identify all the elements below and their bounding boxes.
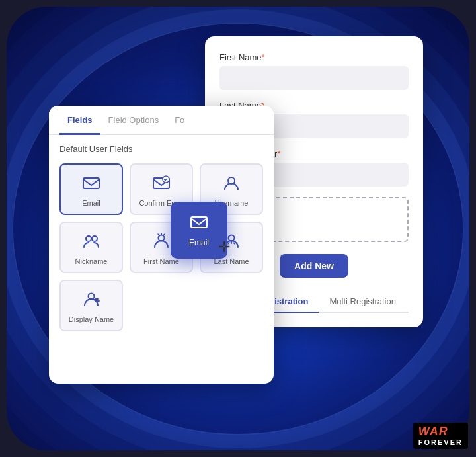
svg-rect-0 <box>83 178 99 188</box>
tab-field-options[interactable]: Field Options <box>100 106 167 135</box>
svg-point-5 <box>92 236 97 241</box>
first-name-label: First Name* <box>219 52 409 62</box>
add-new-button[interactable]: Add New <box>280 254 348 278</box>
first-name-field: First Name* <box>219 52 409 90</box>
nickname-icon <box>82 232 100 253</box>
svg-point-4 <box>86 236 91 241</box>
field-item-displayname[interactable]: Display Name <box>60 280 123 331</box>
email-icon <box>82 174 100 195</box>
section-title: Default User Fields <box>60 144 263 154</box>
svg-rect-17 <box>191 217 207 228</box>
watermark: WAR FOREVER <box>413 423 468 449</box>
fields-tabs-bar: Fields Field Options Fo <box>49 106 274 135</box>
firstname-icon <box>152 232 171 253</box>
svg-line-8 <box>158 234 159 235</box>
field-nickname-label: Nickname <box>75 257 108 265</box>
tab-fields[interactable]: Fields <box>60 106 100 135</box>
tab-multi-registration[interactable]: Multi Registration <box>319 291 406 313</box>
fields-panel: Fields Field Options Fo Default User Fie… <box>49 106 274 384</box>
drag-cursor-icon: ✛ <box>218 240 230 255</box>
field-displayname-label: Display Name <box>69 315 114 323</box>
field-email-label: Email <box>82 199 100 207</box>
field-item-email[interactable]: Email <box>60 163 123 215</box>
field-item-nickname[interactable]: Nickname <box>60 222 123 273</box>
dragged-email-label: Email <box>189 238 209 247</box>
tab-fo-truncated[interactable]: Fo <box>167 106 192 135</box>
displayname-icon <box>82 290 100 312</box>
fields-grid: Email Confirm Em... <box>60 163 263 331</box>
fields-content: Default User Fields Email <box>49 135 274 341</box>
watermark-war: WAR <box>418 425 463 438</box>
confirm-email-icon <box>152 174 171 195</box>
watermark-forever: FOREVER <box>418 438 463 446</box>
svg-line-13 <box>233 243 235 244</box>
first-name-input[interactable] <box>219 66 409 90</box>
svg-line-9 <box>163 234 165 235</box>
field-firstname-label: First Name <box>143 257 179 265</box>
username-icon <box>222 174 241 195</box>
dragged-email-icon <box>190 213 208 234</box>
